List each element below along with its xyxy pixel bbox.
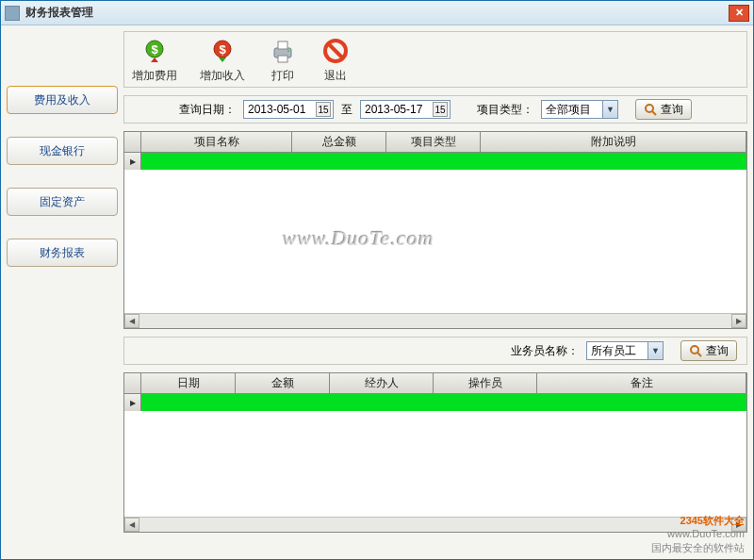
printer-icon [268,36,298,66]
col-date[interactable]: 日期 [141,373,236,393]
sidebar-item-fixed-assets[interactable]: 固定资产 [7,188,118,216]
close-button[interactable]: ✕ [729,5,749,22]
exit-button[interactable]: 退出 [320,36,351,84]
to-label: 至 [341,102,352,118]
table-row[interactable] [124,153,746,170]
col-project-type[interactable]: 项目类型 [386,132,481,152]
sidebar-item-expense-income[interactable]: 费用及收入 [7,86,118,114]
svg-line-9 [329,44,342,58]
staff-label: 业务员名称： [511,343,579,359]
col-remark[interactable]: 备注 [537,373,746,393]
query-button-top[interactable]: 查询 [635,99,692,120]
date-to-input[interactable]: 15 [360,100,451,119]
type-label: 项目类型： [477,102,533,118]
project-type-combo[interactable]: 全部项目 ▼ [541,100,618,119]
toolbar: $ 增加费用 $ 增加收入 打印 [123,31,747,88]
chevron-down-icon[interactable]: ▼ [602,101,617,118]
titlebar: 财务报表管理 ✕ [1,1,753,25]
sidebar-item-cash-bank[interactable]: 现金银行 [7,137,118,165]
main-panel: $ 增加费用 $ 增加收入 打印 [123,31,747,553]
query-label: 查询 [706,343,729,359]
scroll-track[interactable] [139,518,731,532]
col-total-amount[interactable]: 总金额 [292,132,386,152]
sidebar-label: 现金银行 [40,143,85,159]
dollar-up-icon: $ [139,36,170,66]
col-amount[interactable]: 金额 [236,373,330,393]
brand-name: 2345软件大全 [680,515,745,526]
toolbar-label: 退出 [324,68,347,84]
query-button-bottom[interactable]: 查询 [680,340,737,361]
dollar-down-icon: $ [207,36,238,66]
query-label: 查询 [661,102,683,118]
date-label: 查询日期： [179,102,236,118]
calendar-icon[interactable]: 15 [316,102,331,117]
sidebar-item-financial-report[interactable]: 财务报表 [7,239,118,267]
filter-bar-top: 查询日期： 15 至 15 项目类型： 全部项目 ▼ 查询 [123,95,747,124]
row-marker [124,394,141,411]
scroll-left-icon[interactable]: ◀ [124,314,139,328]
search-icon [689,344,702,357]
svg-point-10 [646,105,653,112]
forbidden-icon [320,36,351,66]
col-notes[interactable]: 附加说明 [481,132,746,152]
body: 费用及收入 现金银行 固定资产 财务报表 $ 增加费用 $ 增加收入 [1,25,753,559]
row-cells [141,394,746,411]
grid-header: 项目名称 总金额 项目类型 附加说明 [124,132,746,153]
svg-rect-5 [278,41,287,49]
grid-top: 项目名称 总金额 项目类型 附加说明 ◀ ▶ [123,131,747,329]
date-from-field[interactable] [248,103,316,116]
sidebar: 费用及收入 现金银行 固定资产 财务报表 [7,31,118,553]
sidebar-label: 固定资产 [40,194,85,210]
grid-bottom: 日期 金额 经办人 操作员 备注 ◀ ▶ [123,372,747,533]
table-row[interactable] [124,394,746,411]
toolbar-label: 增加费用 [132,68,177,84]
horizontal-scrollbar[interactable]: ◀ ▶ [124,313,746,328]
svg-text:$: $ [151,42,158,57]
toolbar-label: 增加收入 [200,68,245,84]
calendar-icon[interactable]: 15 [433,102,448,117]
search-icon [644,103,657,116]
row-marker [124,153,141,170]
grid-header: 日期 金额 经办人 操作员 备注 [124,373,746,394]
sidebar-label: 费用及收入 [34,92,90,108]
add-income-button[interactable]: $ 增加收入 [200,36,245,84]
window-title: 财务报表管理 [25,5,729,21]
combo-value: 全部项目 [546,102,602,118]
col-operator[interactable]: 操作员 [434,373,537,393]
col-handler[interactable]: 经办人 [330,373,434,393]
date-from-input[interactable]: 15 [243,100,334,119]
print-button[interactable]: 打印 [268,36,298,84]
col-project-name[interactable]: 项目名称 [141,132,292,152]
svg-point-7 [287,50,289,52]
svg-line-13 [697,353,701,356]
filter-bar-bottom: 业务员名称： 所有员工 ▼ 查询 [123,337,747,365]
svg-rect-6 [278,56,287,62]
row-marker-header [124,373,141,393]
scroll-left-icon[interactable]: ◀ [124,518,139,532]
row-marker-header [124,132,141,152]
brand-url: www.DuoTe.com [651,527,745,540]
scroll-right-icon[interactable]: ▶ [731,314,746,328]
svg-line-11 [652,111,656,115]
brand-slogan: 国内最安全的软件站 [651,541,745,554]
date-to-field[interactable] [365,103,433,116]
scroll-track[interactable] [139,314,731,328]
footer-brand: 2345软件大全 www.DuoTe.com 国内最安全的软件站 [651,514,745,554]
grid-empty-area [124,170,746,311]
svg-text:$: $ [219,42,226,57]
chevron-down-icon[interactable]: ▼ [647,342,663,359]
combo-value: 所有员工 [591,343,647,359]
svg-point-12 [691,346,698,354]
grid-empty-area [124,411,746,515]
add-expense-button[interactable]: $ 增加费用 [132,36,177,84]
app-window: 财务报表管理 ✕ 费用及收入 现金银行 固定资产 财务报表 $ 增加费用 $ [0,0,754,560]
toolbar-label: 打印 [271,68,294,84]
row-cells [141,153,746,170]
sidebar-label: 财务报表 [40,245,85,261]
app-icon [5,6,20,21]
staff-combo[interactable]: 所有员工 ▼ [586,341,664,360]
